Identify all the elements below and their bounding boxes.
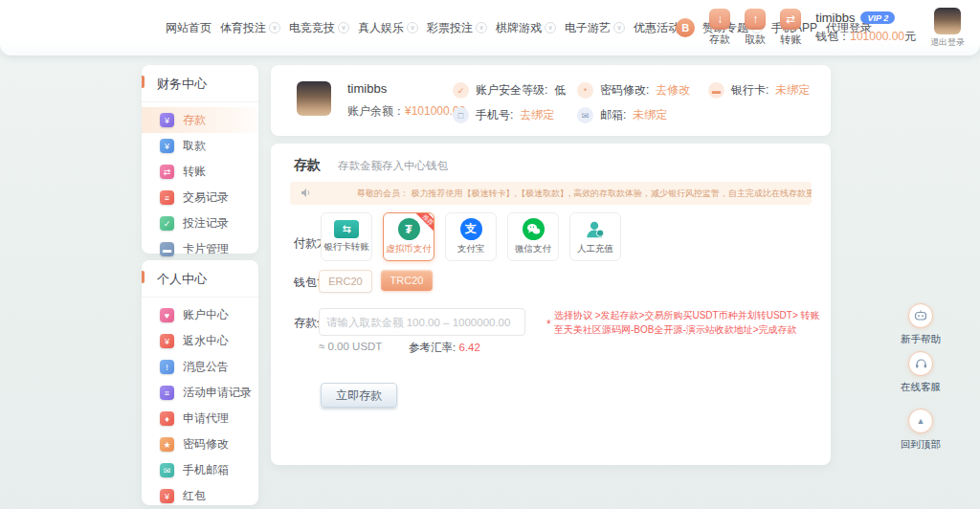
payment-methods: ⇆ 银行卡转账 推荐 ₮ 虚拟币支付 支 支付宝 [321,212,621,261]
sidebar-item-label: 投注记录 [183,215,229,232]
payment-method-alipay[interactable]: 支 支付宝 [445,212,497,261]
field-action-link[interactable]: 未绑定 [775,82,810,99]
sidebar-item-account-center[interactable]: ♥ 账户中心 [142,302,258,328]
nav-item-slots[interactable]: 电子游艺∨ [565,20,625,36]
required-asterisk: * [546,318,551,331]
submit-deposit-button[interactable]: 立即存款 [321,383,397,408]
phone-field[interactable]: □ 手机号: 去绑定 [453,107,554,123]
person-icon [585,219,606,240]
nav-label: 体育投注 [220,20,266,36]
agent-icon: ♦ [160,411,174,426]
field-action-link[interactable]: 去修改 [656,82,690,99]
sidebar-item-announcements[interactable]: ! 消息公告 [142,354,258,380]
logout-label: 退出登录 [930,36,965,49]
rate-value: 6.42 [458,342,479,353]
vip-badge: VIP 2 [860,11,895,24]
quick-action-label: 转账 [780,33,801,47]
sidebar-item-bet-records[interactable]: ✓ 投注记录 [142,210,258,236]
nav-item-home[interactable]: 网站首页 [166,20,212,36]
sidebar-item-deposit[interactable]: ¥ 存款 [142,107,258,133]
nav-item-esports[interactable]: 电竞竞技∨ [289,20,349,36]
red-packet-icon: ¥ [160,489,174,503]
nav-item-live-casino[interactable]: 真人娱乐∨ [358,20,418,36]
bet-records-icon: ✓ [160,216,174,231]
sidebar-item-label: 红包 [183,488,206,504]
quick-action-label: 取款 [745,33,766,47]
withdraw-icon: ↑ [745,9,766,30]
coin-icon[interactable]: B [676,18,695,37]
nav-item-lottery[interactable]: 彩票投注∨ [427,20,487,36]
sidebar-item-withdraw[interactable]: ¥ 取款 [142,133,258,159]
sidebar-item-label: 交易记录 [183,189,229,206]
field-action-link[interactable]: 未绑定 [633,107,667,123]
floating-button-label: 在线客服 [901,381,941,394]
deposit-amount-input[interactable] [319,308,525,336]
online-service-button[interactable]: 在线客服 [898,351,944,394]
payment-method-name: 虚拟币支付 [386,243,432,255]
profile-card: timibbs 账户余额：¥101000.00 ✓ 账户安全等级: 低 * 密码… [271,65,831,136]
phone-icon: □ [453,107,469,123]
field-label: 银行卡: [731,82,768,99]
nav-item-board-games[interactable]: 棋牌游戏∨ [496,20,556,36]
usdt-icon: ₮ [398,218,420,240]
email-field[interactable]: ✉ 邮箱: 未绑定 [577,107,667,123]
sidebar-item-transaction-records[interactable]: ≡ 交易记录 [142,185,258,210]
beginner-help-button[interactable]: 新手帮助 [898,303,944,346]
arrow-up-icon: ▲ [917,416,925,426]
protocol-erc20-button[interactable]: ERC20 [319,270,372,293]
back-to-top-button[interactable]: ▲ 回到顶部 [898,409,944,452]
sidebar-item-phone-email[interactable]: ✉ 手机邮箱 [142,457,258,483]
sidebar-item-label: 密码修改 [183,436,229,453]
quick-action-label: 存款 [709,33,730,47]
sidebar-item-label: 取款 [183,138,206,154]
sidebar-item-red-packet[interactable]: ¥ 红包 [142,483,258,509]
payment-method-bank-transfer[interactable]: ⇆ 银行卡转账 [321,212,372,261]
quick-action-deposit[interactable]: ↓ 存款 [709,9,730,47]
sidebar-item-label: 转账 [183,164,206,180]
alipay-icon: 支 [460,218,482,240]
field-action-link[interactable]: 去绑定 [520,107,554,123]
sidebar-item-card-management[interactable]: ▬ 卡片管理 [142,236,258,262]
quick-action-withdraw[interactable]: ↑ 取款 [745,9,766,47]
mail-icon: ✉ [577,107,593,123]
password-change-field[interactable]: * 密码修改: 去修改 [577,82,690,99]
avatar [297,81,331,116]
sidebar-item-label: 存款 [183,112,206,128]
personal-center-card: 个人中心 ♥ 账户中心 ¥ 返水中心 ! 消息公告 ≡ 活动申请记录 ♦ 申请代… [142,260,258,505]
quick-action-transfer[interactable]: ⇄ 转账 [780,9,801,47]
sidebar-item-label: 卡片管理 [183,241,229,257]
mail-icon: ✉ [160,463,174,477]
lock-icon: ★ [160,437,174,452]
profile-username: timibbs [347,81,387,96]
sidebar-item-rebate-center[interactable]: ¥ 返水中心 [142,328,258,354]
wallet-amount: 101000.00 [850,30,904,43]
field-label: 邮箱: [600,107,626,123]
card-management-icon: ▬ [160,242,174,256]
sidebar-item-transfer[interactable]: ⇄ 转账 [142,159,258,185]
sidebar-item-label: 账户中心 [183,307,229,323]
chevron-down-icon: ∨ [545,22,556,33]
nav-item-sports[interactable]: 体育投注∨ [220,20,280,36]
payment-method-wechat[interactable]: 微信支付 [507,212,559,261]
notice-bar: 尊敬的会员： 极力推荐使用【极速转卡】,【极速取款】, 高效的存取款体验，减少银… [290,182,812,205]
logout-control[interactable]: 退出登录 [930,8,965,49]
bell-icon: ! [160,360,174,374]
deposit-form-card: 存款 存款金额存入中心钱包 尊敬的会员： 极力推荐使用【极速转卡】,【极速取款】… [271,144,831,465]
wallet-label: 钱包： [815,30,850,43]
user-meta: timibbs VIP 2 钱包：101000.00元 [815,11,916,45]
wallet-unit: 元 [904,30,916,43]
payment-method-manual[interactable]: 人工充值 [569,212,621,261]
sidebar-item-change-password[interactable]: ★ 密码修改 [142,432,258,457]
field-label: 手机号: [476,107,513,123]
nav-label: 真人娱乐 [358,20,404,36]
sidebar-item-activity-application-records[interactable]: ≡ 活动申请记录 [142,380,258,406]
protocol-trc20-button[interactable]: TRC20 [381,270,433,291]
finance-list: ¥ 存款 ¥ 取款 ⇄ 转账 ≡ 交易记录 ✓ 投注记录 ▬ 卡片管理 [142,102,258,262]
nav-label: 彩票投注 [427,20,473,36]
bank-card-field[interactable]: ▬ 银行卡: 未绑定 [708,82,810,99]
nav-label: 网站首页 [166,20,212,36]
chevron-down-icon: ∨ [476,22,487,33]
sidebar-item-apply-agent[interactable]: ♦ 申请代理 [142,406,258,432]
payment-method-crypto[interactable]: 推荐 ₮ 虚拟币支付 [383,212,434,261]
chevron-down-icon: ∨ [613,22,625,33]
